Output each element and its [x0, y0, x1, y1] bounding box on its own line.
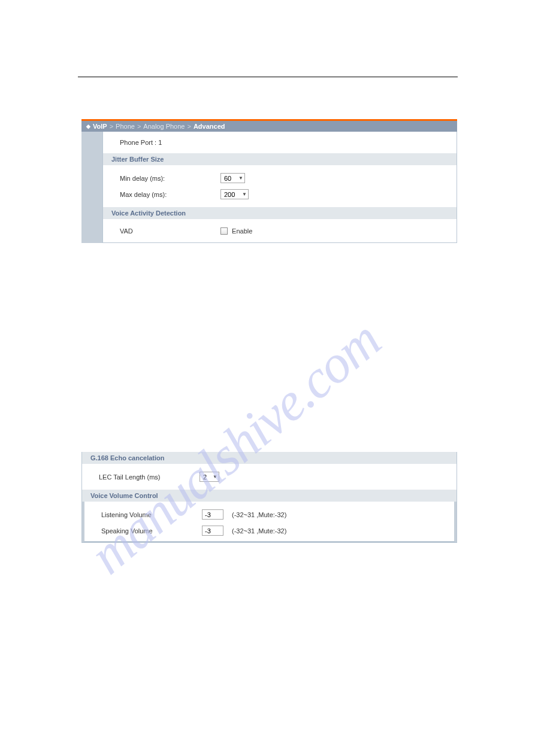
- inner-panel: Phone Port : 1 Jitter Buffer Size Min de…: [102, 132, 457, 243]
- min-delay-label: Min delay (ms):: [120, 175, 220, 182]
- listening-volume-label: Listening Volume: [101, 511, 202, 518]
- section-header-volume: Voice Volume Control: [82, 490, 457, 502]
- jitter-body: Min delay (ms): 60 ▼ Max delay (ms): 200…: [103, 165, 457, 207]
- breadcrumb-seg-phone[interactable]: Phone: [116, 123, 135, 130]
- chevron-down-icon: ▼: [213, 474, 217, 479]
- chevron-down-icon: ▼: [238, 175, 243, 181]
- top-config-panel: ◆ VoIP > Phone > Analog Phone > Advanced…: [81, 119, 457, 243]
- lec-label: LEC Tail Length (ms): [99, 473, 200, 481]
- speaking-volume-row: Speaking Volume (-32~31 ,Mute:-32): [84, 523, 454, 539]
- max-delay-dropdown[interactable]: 200 ▼: [220, 189, 249, 199]
- breadcrumb-seg-analog[interactable]: Analog Phone: [143, 123, 185, 130]
- listening-volume-input[interactable]: [202, 509, 223, 520]
- max-delay-value: 200: [224, 191, 240, 198]
- volume-body: Listening Volume (-32~31 ,Mute:-32) Spea…: [82, 502, 457, 542]
- phone-port-row: Phone Port : 1: [103, 132, 457, 153]
- echo-body: LEC Tail Length (ms) 2 ▼: [82, 464, 457, 490]
- min-delay-dropdown[interactable]: 60 ▼: [220, 173, 245, 183]
- chevron-down-icon: ▼: [242, 192, 247, 197]
- section-header-vad: Voice Activity Detection: [103, 207, 457, 219]
- min-delay-row: Min delay (ms): 60 ▼: [103, 170, 457, 186]
- breadcrumb-seg-voip[interactable]: VoIP: [93, 123, 107, 130]
- max-delay-label: Max delay (ms):: [120, 191, 220, 198]
- listening-volume-hint: (-32~31 ,Mute:-32): [232, 511, 286, 518]
- lec-dropdown[interactable]: 2 ▼: [200, 472, 219, 482]
- lec-value: 2: [203, 473, 210, 481]
- content-wrapper: Phone Port : 1 Jitter Buffer Size Min de…: [81, 132, 457, 243]
- breadcrumb-sep: >: [137, 123, 141, 130]
- speaking-volume-label: Speaking Volume: [101, 527, 202, 535]
- bottom-config-panel: G.168 Echo cancelation LEC Tail Length (…: [81, 452, 457, 543]
- breadcrumb-sep: >: [187, 123, 191, 130]
- phone-port-label: Phone Port : 1: [120, 139, 162, 146]
- min-delay-value: 60: [224, 175, 236, 182]
- section-header-echo: G.168 Echo cancelation: [82, 452, 457, 464]
- max-delay-row: Max delay (ms): 200 ▼: [103, 186, 457, 202]
- panel2-inner: G.168 Echo cancelation LEC Tail Length (…: [82, 452, 457, 542]
- speaking-volume-input[interactable]: [202, 526, 223, 536]
- vad-enable-checkbox[interactable]: [220, 227, 228, 235]
- vad-enable-label: Enable: [232, 227, 252, 235]
- vad-row: VAD Enable: [103, 224, 457, 238]
- speaking-volume-hint: (-32~31 ,Mute:-32): [232, 527, 286, 535]
- section-header-jitter: Jitter Buffer Size: [103, 153, 457, 165]
- listening-volume-row: Listening Volume (-32~31 ,Mute:-32): [84, 506, 454, 523]
- vad-body: VAD Enable: [103, 219, 457, 242]
- breadcrumb: ◆ VoIP > Phone > Analog Phone > Advanced: [81, 121, 457, 132]
- breadcrumb-icon: ◆: [86, 123, 90, 129]
- left-gutter: [81, 132, 102, 243]
- breadcrumb-seg-advanced: Advanced: [194, 123, 225, 130]
- page-divider: [78, 77, 458, 77]
- lec-row: LEC Tail Length (ms) 2 ▼: [82, 469, 457, 485]
- breadcrumb-sep: >: [110, 123, 113, 130]
- watermark-text: manualshive.com: [78, 309, 392, 586]
- vad-checkbox-wrap: Enable: [220, 227, 252, 235]
- vad-label: VAD: [120, 227, 220, 235]
